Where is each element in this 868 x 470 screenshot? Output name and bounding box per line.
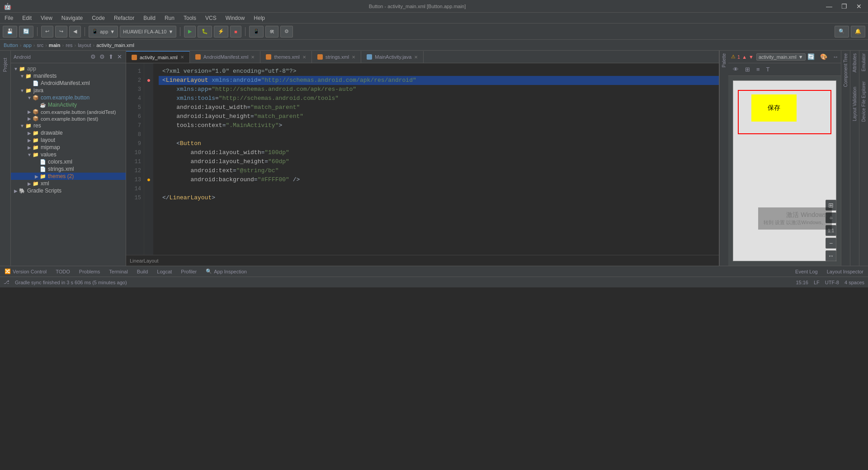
tree-item-gradle[interactable]: ▶ 🐘 Gradle Scripts	[11, 187, 126, 194]
tree-item-app[interactable]: ▼ 📁 app	[11, 65, 126, 72]
preview-canvas[interactable]: 保存 ⊞ + 1:1 − ↔ 激活 Windows 转到 设置 以激活	[728, 76, 841, 266]
file-selector[interactable]: activity_main.xml ▼	[756, 53, 806, 61]
bottom-tab-build[interactable]: Build	[132, 266, 152, 277]
preview-refresh-icon[interactable]: 🔄	[806, 52, 816, 61]
preview-button-element[interactable]: 保存	[751, 94, 797, 122]
device-selector[interactable]: HUAWEI FLA-AL10 ▼	[120, 26, 176, 38]
tree-item-strings[interactable]: 📄 strings.xml	[11, 165, 126, 173]
search-everywhere-button[interactable]: 🔍	[835, 26, 849, 38]
menu-window[interactable]: Window	[221, 14, 250, 22]
menu-tools[interactable]: Tools	[179, 14, 201, 22]
tree-item-mipmap[interactable]: ▶ 📁 mipmap	[11, 144, 126, 151]
gutter-2[interactable]: ●	[144, 76, 153, 85]
menu-file[interactable]: File	[0, 14, 18, 22]
save-button[interactable]: 💾	[3, 26, 17, 38]
tree-arrow-androidtest: ▶	[26, 109, 33, 114]
tab-close-androidmanifest[interactable]: ✕	[251, 55, 255, 60]
menu-view[interactable]: View	[36, 14, 57, 22]
bottom-tab-terminal[interactable]: Terminal	[104, 266, 132, 277]
close-button[interactable]: ✕	[854, 2, 864, 11]
tab-androidmanifest[interactable]: AndroidManifest.xml ✕	[190, 51, 261, 63]
minimize-button[interactable]: —	[823, 2, 835, 11]
maximize-button[interactable]: ❐	[839, 2, 850, 11]
tab-strings[interactable]: strings.xml ✕	[312, 51, 362, 63]
zoom-fit-width-button[interactable]: ↔	[826, 250, 836, 261]
tree-item-mainactivity[interactable]: ☕ MainActivity	[11, 101, 126, 108]
component-tree-tab[interactable]: Component Tree	[841, 51, 850, 90]
tree-item-java[interactable]: ▼ 📁 java	[11, 87, 126, 94]
zoom-fit-icon[interactable]: ⊞	[826, 200, 836, 211]
sidebar-sync-icon[interactable]: ⚙	[90, 52, 97, 61]
bottom-tab-layout-inspector[interactable]: Layout Inspector	[822, 266, 868, 277]
bottom-tab-app-inspection[interactable]: 🔍 App Inspection	[201, 266, 251, 277]
tree-item-package[interactable]: ▼ 📦 com.example.button	[11, 94, 126, 101]
sidebar-expand-icon[interactable]: ⬆	[108, 52, 114, 61]
code-content[interactable]: <?xml version="1.0" encoding="utf-8"?> <…	[153, 63, 719, 255]
bottom-tab-logcat[interactable]: Logcat	[152, 266, 176, 277]
preview-theme-icon[interactable]: 🎨	[818, 52, 829, 61]
stop-button[interactable]: ■	[230, 26, 241, 38]
emulator-tab[interactable]: Emulator	[859, 51, 868, 74]
layout-validation-tab[interactable]: Layout Validation	[850, 84, 859, 124]
tree-item-res[interactable]: ▼ 📁 res	[11, 122, 126, 129]
zoom-out-button[interactable]: −	[826, 238, 836, 249]
tree-item-values[interactable]: ▼ 📁 values	[11, 151, 126, 158]
project-tab[interactable]: Project	[1, 54, 9, 75]
tab-themes[interactable]: themes.xml ✕	[260, 51, 311, 63]
tree-item-drawable[interactable]: ▶ 📁 drawable	[11, 129, 126, 136]
app-selector[interactable]: 📱 app ▼	[89, 26, 118, 38]
tree-item-manifests[interactable]: ▼ 📁 manifests	[11, 72, 126, 80]
tree-item-androidtest[interactable]: ▶ 📦 com.example.button (androidTest)	[11, 108, 126, 115]
menu-code[interactable]: Code	[87, 14, 109, 22]
menu-vcs[interactable]: VCS	[201, 14, 221, 22]
tab-close-strings[interactable]: ✕	[352, 55, 355, 60]
tree-item-colors[interactable]: 📄 colors.xml	[11, 158, 126, 165]
preview-eye-icon[interactable]: 👁	[731, 65, 741, 74]
menu-navigate[interactable]: Navigate	[57, 14, 87, 22]
preview-text-icon[interactable]: T	[764, 65, 772, 74]
sdk-button[interactable]: 🛠	[265, 26, 278, 38]
menu-refactor[interactable]: Refactor	[109, 14, 139, 22]
menu-build[interactable]: Build	[139, 14, 160, 22]
run-button[interactable]: ▶	[184, 26, 196, 38]
sync-button[interactable]: 🔄	[19, 26, 33, 38]
avd-button[interactable]: 📱	[249, 26, 264, 38]
gutter-13[interactable]: ●	[144, 175, 153, 184]
bottom-tab-todo[interactable]: TODO	[51, 266, 75, 277]
tree-item-androidmanifest[interactable]: 📄 AndroidManifest.xml	[11, 80, 126, 87]
bottom-tab-problems[interactable]: Problems	[75, 266, 104, 277]
tree-item-test[interactable]: ▶ 📦 com.example.button (test)	[11, 115, 126, 122]
tab-close-activity-main[interactable]: ✕	[180, 55, 184, 60]
device-file-explorer-tab[interactable]: Device File Explorer	[859, 79, 868, 124]
settings-button[interactable]: ⚙	[280, 26, 293, 38]
attributes-tab[interactable]: Attributes	[850, 51, 859, 75]
menu-run[interactable]: Run	[160, 14, 179, 22]
palette-tab[interactable]: Palette	[720, 51, 728, 70]
tab-close-themes[interactable]: ✕	[302, 55, 306, 60]
bottom-tab-profiler[interactable]: Profiler	[176, 266, 201, 277]
redo-button[interactable]: ↪	[55, 26, 67, 38]
gutter-15	[144, 193, 153, 202]
debug-button[interactable]: 🐛	[198, 26, 212, 38]
notifications-button[interactable]: 🔔	[851, 26, 865, 38]
sidebar-close-icon[interactable]: ✕	[116, 52, 123, 61]
tree-label-androidmanifest: AndroidManifest.xml	[41, 80, 90, 86]
preview-layout-icon[interactable]: ≡	[755, 65, 762, 74]
zoom-in-button[interactable]: +	[826, 212, 836, 223]
nav-back-button[interactable]: ◀	[69, 26, 81, 38]
preview-grid-icon[interactable]: ⊞	[743, 65, 752, 74]
menu-help[interactable]: Help	[249, 14, 269, 22]
tree-item-themes[interactable]: ▶ 📁 themes (2)	[11, 173, 126, 180]
menu-edit[interactable]: Edit	[18, 14, 36, 22]
tree-item-layout[interactable]: ▶ 📁 layout	[11, 136, 126, 144]
bottom-tab-event-log[interactable]: Event Log	[791, 266, 822, 277]
profile-button[interactable]: ⚡	[214, 26, 228, 38]
preview-orientation-icon[interactable]: ↔	[831, 52, 840, 61]
bottom-tab-version-control[interactable]: 🔀 Version Control	[0, 266, 51, 277]
sidebar-gear-icon[interactable]: ⚙	[99, 52, 106, 61]
tab-activity-main[interactable]: activity_main.xml ✕	[126, 51, 190, 63]
undo-button[interactable]: ↩	[41, 26, 53, 38]
tree-item-xml[interactable]: ▶ 📁 xml	[11, 180, 126, 187]
tab-close-mainactivity-java[interactable]: ✕	[414, 55, 418, 60]
tab-mainactivity-java[interactable]: MainActivity.java ✕	[361, 51, 424, 63]
